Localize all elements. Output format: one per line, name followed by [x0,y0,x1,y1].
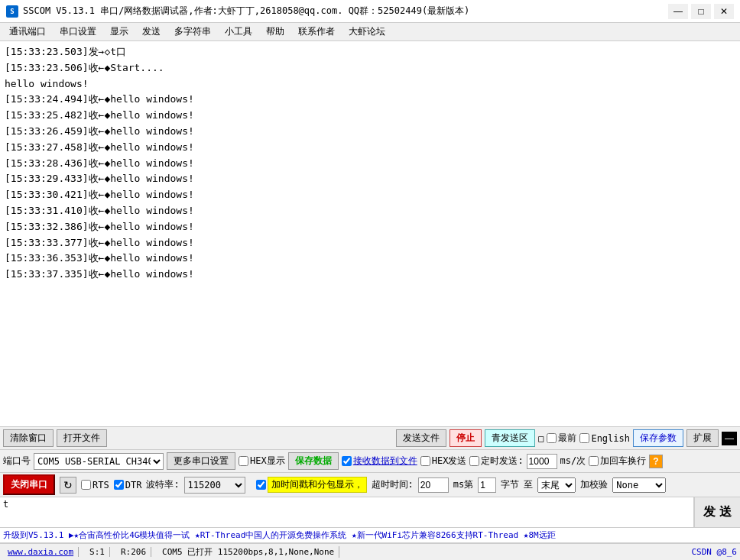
log-line: hello windows! [5,76,735,92]
menu-item-显示[interactable]: 显示 [104,24,135,40]
rts-label: RTS [81,480,109,490]
log-line: [15:33:31.410]收←◆hello windows! [5,203,735,219]
log-line: [15:33:28.436]收←◆hello windows! [5,156,735,172]
close-port-button[interactable]: 关闭串口 [3,474,55,495]
ms2-label: ms第 [453,478,473,491]
more-port-settings-button[interactable]: 更多串口设置 [167,452,235,470]
hex-send-checkbox[interactable] [420,456,430,466]
stop-button[interactable]: 停止 [450,429,482,447]
timed-send-checkbox[interactable] [469,456,479,466]
menu-item-帮助[interactable]: 帮助 [260,24,290,40]
send-area-row: 发 送 [0,497,740,528]
promo-bar: 升级到V5.13.1 ▶★合宙高性价比4G模块值得一试 ★RT-Thread中国… [0,528,740,543]
status-bar: www.daxia.com S:1 R:206 COM5 已打开 115200b… [0,543,740,560]
hex-send-label: HEX发送 [420,455,467,468]
send-file-button[interactable]: 发送文件 [396,429,446,447]
save-data-button[interactable]: 保存数据 [288,452,339,470]
menu-bar: 通讯端口串口设置显示发送多字符串小工具帮助联系作者大虾论坛 [0,23,740,41]
checksum-label: 加校验 [580,478,608,491]
log-line: [15:33:33.377]收←◆hello windows! [5,235,735,251]
dtr-label: DTR [114,480,142,490]
receive-to-file-label: 接收数据到文件 [342,455,417,468]
port-select[interactable]: COM5 USB-SERIAL CH340 [34,453,164,470]
clear-window-button[interactable]: 清除窗口 [3,429,54,447]
ms-per-label: ms/次 [560,455,586,468]
refresh-button[interactable]: ↻ [60,477,76,494]
end-select[interactable]: 末尾 [537,477,576,493]
toolbar-row1: 清除窗口 打开文件 发送文件 停止 青发送区 □ 最前 English 保存参数… [0,427,740,450]
resend-button[interactable]: 青发送区 [485,429,535,447]
checksum-select[interactable]: None [612,477,666,493]
cr-checkbox[interactable] [589,456,599,466]
log-line: [15:33:32.386]收←◆hello windows! [5,219,735,235]
log-line: [15:33:25.482]收←◆hello windows! [5,108,735,124]
send-textarea[interactable] [0,497,694,527]
cr-label: 加回车换行 [589,455,646,468]
question-button[interactable]: ? [649,455,662,468]
app-icon: S [6,5,18,18]
baud-label: 波特率: [146,478,179,491]
menu-item-通讯端口[interactable]: 通讯端口 [3,24,52,40]
menu-item-串口设置[interactable]: 串口设置 [54,24,102,40]
last-label: □ [538,433,544,444]
log-line: [15:33:36.353]收←◆hello windows! [5,251,735,267]
last-checkbox[interactable] [547,433,557,443]
collapse-button[interactable]: — [722,432,737,445]
bottom-area: 清除窗口 打开文件 发送文件 停止 青发送区 □ 最前 English 保存参数… [0,427,740,560]
byte-unit-label: 字节 [501,478,519,491]
title-left: S SSCOM V5.13.1 串口/网络数据调试器,作者:大虾丁丁,26180… [6,5,469,18]
port-status: COM5 已打开 115200bps,8,1,None,None [157,546,339,558]
close-button[interactable]: ✕ [714,4,734,19]
baud-select[interactable]: 115200 [184,477,245,494]
menu-item-发送[interactable]: 发送 [136,24,167,40]
to-label: 至 [524,478,533,491]
log-area[interactable]: [15:33:23.503]发→◇t口[15:33:23.506]收←◆Star… [0,41,740,427]
byte-input[interactable] [478,477,496,493]
port-label: 端口号 [3,455,31,468]
timed-send-input[interactable] [527,454,557,469]
toolbar-row2: 端口号 COM5 USB-SERIAL CH340 更多串口设置 HEX显示 保… [0,450,740,473]
menu-item-小工具[interactable]: 小工具 [219,24,258,40]
timestamp-checkbox[interactable] [256,480,266,490]
minimize-button[interactable]: — [668,4,688,19]
log-line: [15:33:29.433]收←◆hello windows! [5,171,735,187]
timestamp-checkbox-label: 加时间戳和分包显示， [256,477,367,493]
dtr-checkbox[interactable] [114,480,124,490]
window-controls: — □ ✕ [668,4,734,19]
send-button[interactable]: 发 送 [694,497,740,527]
timed-send-label: 定时发送: [469,455,523,468]
csdn-link[interactable]: CSDN @8_6 [691,547,737,557]
s-status: S:1 [85,547,110,557]
log-line: [15:33:27.458]收←◆hello windows! [5,140,735,156]
menu-item-联系作者[interactable]: 联系作者 [292,24,341,40]
expand-button[interactable]: 扩展 [686,429,719,447]
log-line: [15:33:24.494]收←◆hello windows! [5,92,735,108]
save-params-button[interactable]: 保存参数 [633,429,683,447]
title-bar: S SSCOM V5.13.1 串口/网络数据调试器,作者:大虾丁丁,26180… [0,0,740,23]
log-line: [15:33:37.335]收←◆hello windows! [5,267,735,283]
maximize-button[interactable]: □ [691,4,711,19]
main-wrapper: [15:33:23.503]发→◇t口[15:33:23.506]收←◆Star… [0,41,740,427]
hex-display-label: HEX显示 [239,455,285,468]
last-checkbox-label: 最前 [547,432,576,445]
log-line: [15:33:30.421]收←◆hello windows! [5,187,735,203]
log-line: [15:33:26.459]收←◆hello windows! [5,124,735,140]
english-checkbox-label: English [579,433,630,444]
r-status: R:206 [116,547,151,557]
menu-item-大虾论坛[interactable]: 大虾论坛 [342,24,391,40]
receive-to-file-checkbox[interactable] [342,456,352,466]
website-link[interactable]: www.daxia.com [3,547,79,557]
timeout-label: 超时时间: [372,478,414,491]
hex-display-checkbox[interactable] [239,456,248,466]
rts-checkbox[interactable] [81,480,91,490]
log-line: [15:33:23.506]收←◆Start.... [5,60,735,76]
toolbar-row3: 关闭串口 ↻ RTS DTR 波特率: 115200 加时间戳和分包显示， 超时… [0,473,740,497]
log-line: [15:33:23.503]发→◇t口 [5,44,735,60]
open-file-button[interactable]: 打开文件 [57,429,107,447]
english-checkbox[interactable] [579,433,589,443]
timeout-input[interactable] [418,477,449,493]
menu-item-多字符串[interactable]: 多字符串 [168,24,217,40]
title-text: SSCOM V5.13.1 串口/网络数据调试器,作者:大虾丁丁,2618058… [23,5,469,18]
